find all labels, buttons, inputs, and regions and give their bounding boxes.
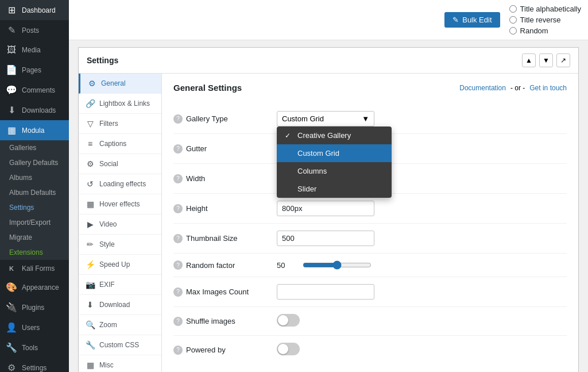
gallery-type-select-display[interactable]: Custom Grid ▼ (277, 111, 374, 126)
sidebar-item-gallery-defaults[interactable]: Gallery Defaults (0, 155, 69, 170)
settings-nav-video[interactable]: ▶ Video (79, 214, 161, 235)
max-images-control (277, 284, 567, 300)
height-control (277, 201, 567, 216)
settings-panel-title: Settings (87, 56, 118, 65)
settings-content-header: General Settings Documentation - or - Ge… (173, 83, 567, 93)
misc-icon: ▦ (86, 361, 95, 370)
settings-nav-speed-up[interactable]: ⚡ Speed Up (79, 255, 161, 275)
shuffle-toggle-track[interactable] (277, 314, 300, 327)
video-icon: ▶ (86, 220, 95, 229)
sidebar-item-galleries[interactable]: Galleries (0, 140, 69, 155)
custom-css-icon: 🔧 (86, 340, 95, 350)
max-images-help[interactable]: ? (173, 287, 183, 297)
powered-by-toggle-track[interactable] (277, 343, 300, 355)
sidebar-item-comments[interactable]: 💬 Comments (0, 80, 69, 100)
general-icon: ⚙ (87, 79, 96, 88)
sidebar-item-media[interactable]: 🖼 Media (0, 40, 69, 60)
shuffle-control (277, 314, 567, 328)
powered-by-toggle[interactable] (277, 343, 300, 355)
sidebar-item-plugins[interactable]: 🔌 Plugins (0, 297, 69, 317)
sidebar-item-settings[interactable]: Settings (0, 200, 69, 215)
sidebar-item-posts[interactable]: ✎ Posts (0, 20, 69, 40)
random-factor-value: 50 (277, 261, 297, 270)
sidebar-item-pages[interactable]: 📄 Pages (0, 60, 69, 80)
width-help[interactable]: ? (173, 174, 183, 183)
height-input[interactable] (277, 201, 374, 216)
settings-main-icon: ⚙ (6, 362, 17, 372)
settings-nav-hover-effects[interactable]: ▦ Hover effects (79, 194, 161, 214)
sidebar-item-tools[interactable]: 🔧 Tools (0, 338, 69, 358)
dropdown-item-creative-gallery[interactable]: ✓ Creative Gallery (277, 126, 392, 144)
gallery-type-control: Custom Grid ▼ ✓ Creative Gallery (277, 111, 567, 126)
gutter-help[interactable]: ? (173, 144, 183, 154)
settings-nav-zoom[interactable]: 🔍 Zoom (79, 315, 161, 335)
settings-nav-lightbox[interactable]: 🔗 Lightbox & Links (79, 94, 161, 114)
settings-nav: ⚙ General 🔗 Lightbox & Links ▽ Filters ≡… (79, 74, 162, 372)
expand-button[interactable]: ↗ (556, 53, 570, 67)
social-icon: ⚙ (86, 159, 95, 168)
sidebar-item-users[interactable]: 👤 Users (0, 317, 69, 338)
settings-nav-custom-css[interactable]: 🔧 Custom CSS (79, 335, 161, 355)
captions-icon: ≡ (86, 139, 95, 148)
gallery-type-help[interactable]: ? (173, 114, 183, 124)
settings-nav-social[interactable]: ⚙ Social (79, 154, 161, 174)
sidebar-item-albums[interactable]: Albums (0, 170, 69, 185)
thumbnail-size-help[interactable]: ? (173, 234, 183, 243)
dropdown-item-slider[interactable]: Slider (277, 180, 392, 198)
settings-panel: Settings ▲ ▼ ↗ ⚙ General 🔗 Lig (78, 47, 579, 372)
shuffle-toggle[interactable] (277, 314, 300, 327)
random-factor-range-wrap: 50 (277, 260, 567, 270)
settings-nav-general[interactable]: ⚙ General (79, 74, 161, 94)
sidebar-item-import-export[interactable]: Import/Export (0, 215, 69, 230)
lightbox-icon: 🔗 (86, 99, 95, 108)
height-help[interactable]: ? (173, 204, 183, 213)
random-factor-slider[interactable] (303, 260, 372, 270)
gutter-label: ? Gutter (173, 144, 277, 154)
gallery-type-select: Custom Grid ▼ ✓ Creative Gallery (277, 111, 374, 126)
collapse-down-button[interactable]: ▼ (539, 53, 553, 67)
general-settings-title: General Settings (173, 83, 242, 93)
settings-nav-exif[interactable]: 📷 EXIF (79, 275, 161, 295)
dropdown-item-custom-grid[interactable]: Custom Grid (277, 144, 392, 162)
sidebar: ⊞ Dashboard ✎ Posts 🖼 Media 📄 Pages 💬 Co… (0, 0, 69, 372)
dropdown-item-columns[interactable]: Columns (277, 162, 392, 180)
random-factor-help[interactable]: ? (173, 260, 183, 270)
sidebar-item-dashboard[interactable]: ⊞ Dashboard (0, 0, 69, 20)
bulk-edit-button[interactable]: ✎ Bulk Edit (444, 12, 500, 28)
sidebar-item-extensions[interactable]: Extensions (0, 245, 69, 260)
sort-radio-group: Title alphabetically Title reverse Rando… (509, 5, 581, 35)
thumbnail-size-input[interactable] (277, 231, 374, 246)
plugins-icon: 🔌 (6, 302, 17, 313)
media-icon: 🖼 (6, 45, 17, 55)
or-separator: - or - (510, 84, 525, 92)
collapse-up-button[interactable]: ▲ (522, 53, 536, 67)
shuffle-help[interactable]: ? (173, 317, 183, 326)
sidebar-item-kali-forms[interactable]: K Kali Forms (0, 260, 69, 277)
get-in-touch-link[interactable]: Get in touch (529, 84, 567, 92)
gallery-type-label: ? Gallery Type (173, 114, 277, 124)
sidebar-item-downloads[interactable]: ⬇ Downloads (0, 100, 69, 120)
settings-nav-loading-effects[interactable]: ↺ Loading effects (79, 174, 161, 194)
filters-icon: ▽ (86, 119, 95, 128)
powered-by-help[interactable]: ? (173, 346, 183, 355)
radio-title-alpha[interactable]: Title alphabetically (509, 5, 581, 13)
max-images-input[interactable] (277, 284, 374, 300)
settings-nav-filters[interactable]: ▽ Filters (79, 114, 161, 134)
sidebar-item-album-defaults[interactable]: Album Defaults (0, 185, 69, 200)
radio-title-reverse[interactable]: Title reverse (509, 16, 581, 24)
speed-up-icon: ⚡ (86, 260, 95, 269)
settings-nav-style[interactable]: ✏ Style (79, 235, 161, 255)
settings-content: General Settings Documentation - or - Ge… (162, 74, 578, 372)
settings-nav-captions[interactable]: ≡ Captions (79, 134, 161, 154)
powered-by-toggle-thumb (278, 344, 288, 354)
settings-nav-misc[interactable]: ▦ Misc (79, 355, 161, 372)
sidebar-item-modula[interactable]: ▦ Modula (0, 120, 69, 140)
radio-random[interactable]: Random (509, 26, 581, 35)
documentation-link[interactable]: Documentation (459, 84, 506, 92)
field-gallery-type: ? Gallery Type Custom Grid ▼ (173, 104, 567, 134)
sidebar-item-appearance[interactable]: 🎨 Appearance (0, 277, 69, 297)
sidebar-item-settings-main[interactable]: ⚙ Settings (0, 358, 69, 372)
sidebar-item-migrate[interactable]: Migrate (0, 230, 69, 245)
checkmark-icon: ✓ (285, 132, 293, 140)
settings-nav-download[interactable]: ⬇ Download (79, 295, 161, 315)
